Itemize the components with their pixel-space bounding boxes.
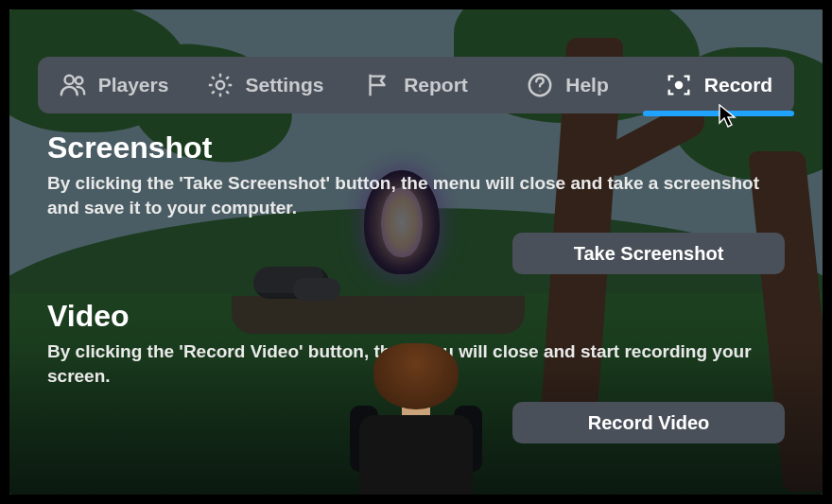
tab-report[interactable]: Report — [340, 57, 492, 113]
players-icon — [59, 71, 87, 99]
flag-icon — [364, 71, 392, 99]
record-video-button[interactable]: Record Video — [512, 402, 785, 443]
screenshot-description: By clicking the 'Take Screenshot' button… — [47, 171, 785, 219]
game-viewport: Players Settings Report — [9, 9, 823, 495]
screenshot-heading: Screenshot — [47, 130, 785, 165]
tab-label: Players — [98, 74, 169, 96]
svg-point-0 — [64, 76, 73, 84]
mouse-cursor-icon — [719, 104, 737, 129]
svg-point-5 — [675, 81, 683, 89]
record-icon — [665, 71, 693, 99]
tab-help[interactable]: Help — [492, 57, 643, 113]
tab-label: Settings — [246, 74, 324, 96]
screenshot-section: Screenshot By clicking the 'Take Screens… — [47, 130, 785, 274]
window-frame: Players Settings Report — [0, 0, 832, 504]
tab-label: Report — [404, 74, 468, 96]
svg-point-2 — [216, 81, 223, 89]
video-heading: Video — [47, 299, 785, 334]
help-icon — [526, 71, 554, 99]
gear-icon — [206, 71, 234, 99]
tab-players[interactable]: Players — [38, 57, 189, 113]
svg-point-1 — [75, 78, 82, 85]
tab-label: Record — [704, 74, 772, 96]
tab-label: Help — [565, 74, 609, 96]
menu-tabbar: Players Settings Report — [38, 57, 794, 113]
take-screenshot-button[interactable]: Take Screenshot — [512, 233, 785, 274]
svg-point-4 — [540, 91, 541, 92]
tab-settings[interactable]: Settings — [189, 57, 340, 113]
